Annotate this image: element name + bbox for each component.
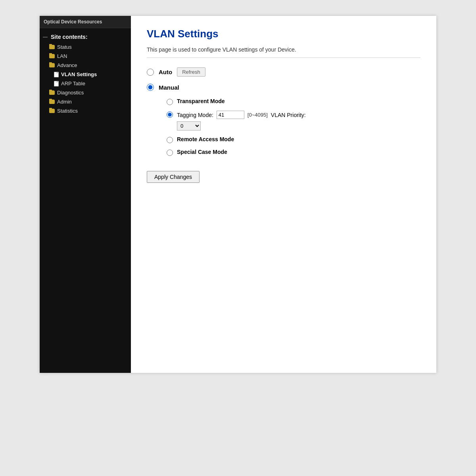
manual-row: Manual [147, 84, 420, 91]
sidebar-header: Optical Device Resources [40, 16, 131, 28]
folder-icon [49, 63, 55, 67]
sidebar-item-statistics[interactable]: Statistics [40, 106, 131, 115]
refresh-button[interactable]: Refresh [177, 67, 205, 77]
page-title: VLAN Settings [147, 28, 420, 40]
folder-icon [49, 45, 55, 49]
special-case-radio[interactable] [167, 150, 173, 156]
auto-radio[interactable] [147, 69, 154, 76]
sidebar-item-admin[interactable]: Admin [40, 97, 131, 106]
auto-row: Auto Refresh [147, 67, 420, 77]
special-case-label[interactable]: Special Case Mode [177, 149, 227, 155]
folder-icon [49, 109, 55, 113]
vlan-priority-select[interactable]: 0 1 2 3 4 5 6 7 [177, 121, 201, 131]
tagging-mode-input[interactable] [217, 111, 244, 119]
doc-icon [54, 72, 59, 77]
manual-label[interactable]: Manual [159, 84, 179, 91]
sidebar-item-vlan-settings[interactable]: VLAN Settings [40, 70, 131, 79]
divider [147, 58, 420, 58]
sidebar: Optical Device Resources — Site contents… [40, 16, 131, 373]
transparent-mode-label[interactable]: Transparent Mode [177, 98, 225, 104]
remote-access-label[interactable]: Remote Access Mode [177, 136, 234, 142]
page-description: This page is used to configure VLAN sett… [147, 46, 420, 53]
remote-access-row: Remote Access Mode [167, 136, 420, 143]
tagging-mode-label: Tagging Mode: [177, 112, 213, 118]
site-contents-title: — Site contents: [40, 31, 131, 42]
sidebar-nav: — Site contents: Status LAN Advance VLAN… [40, 28, 131, 119]
auto-label[interactable]: Auto [159, 69, 172, 75]
transparent-mode-row: Transparent Mode [167, 98, 420, 105]
sidebar-item-status[interactable]: Status [40, 42, 131, 52]
tagging-mode-content: Tagging Mode: [0~4095] VLAN Priority: 0 … [177, 111, 306, 131]
range-label: [0~4095] [248, 112, 268, 118]
vlan-priority-label: VLAN Priority: [271, 112, 306, 118]
folder-icon [49, 54, 55, 58]
remote-access-radio[interactable] [167, 137, 173, 143]
apply-changes-button[interactable]: Apply Changes [147, 171, 200, 183]
sidebar-item-advance[interactable]: Advance [40, 61, 131, 70]
special-case-row: Special Case Mode [167, 149, 420, 156]
transparent-mode-radio[interactable] [167, 99, 173, 105]
manual-radio[interactable] [147, 84, 154, 91]
sidebar-item-diagnostics[interactable]: Diagnostics [40, 88, 131, 97]
main-content: VLAN Settings This page is used to confi… [131, 16, 436, 373]
manual-section: Transparent Mode Tagging Mode: [0~4095] … [167, 98, 420, 156]
sidebar-item-arp-table[interactable]: ARP Table [40, 79, 131, 88]
tagging-row: Tagging Mode: [0~4095] VLAN Priority: [177, 111, 306, 119]
tagging-mode-radio[interactable] [167, 111, 173, 118]
folder-icon [49, 100, 55, 104]
tagging-mode-row: Tagging Mode: [0~4095] VLAN Priority: 0 … [167, 111, 420, 131]
folder-icon [49, 90, 55, 95]
sidebar-item-lan[interactable]: LAN [40, 52, 131, 61]
doc-icon [54, 81, 59, 86]
priority-select-wrapper: 0 1 2 3 4 5 6 7 [177, 119, 306, 131]
